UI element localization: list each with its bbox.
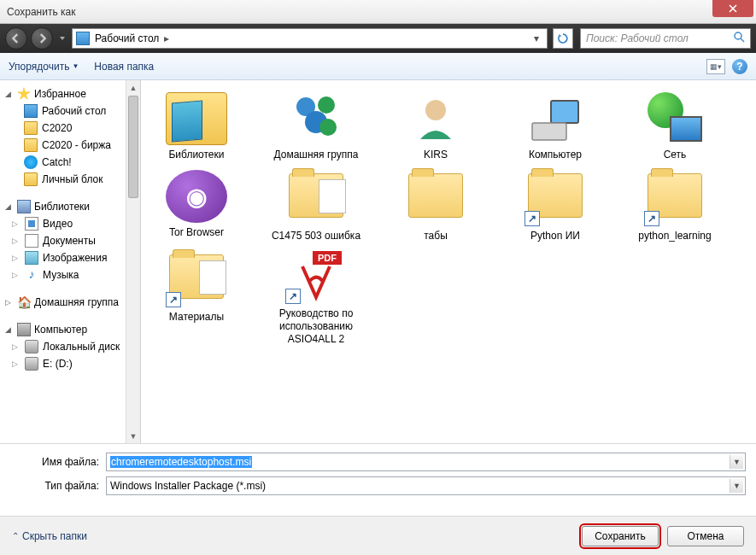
address-drop[interactable]: ▾	[530, 32, 543, 44]
disk-icon	[25, 357, 38, 371]
hide-folders-toggle[interactable]: ⌃ Скрыть папки	[12, 530, 87, 542]
address-bar[interactable]: Рабочий стол ▸ ▾	[72, 28, 548, 49]
filename-value: chromeremotedesktophost.msi	[110, 456, 252, 468]
refresh-button[interactable]	[553, 28, 573, 49]
search-placeholder: Поиск: Рабочий стол	[586, 32, 689, 44]
sidebar-scrollbar[interactable]: ▲▼	[126, 80, 140, 443]
filename-drop[interactable]: ▼	[730, 455, 743, 469]
organize-menu[interactable]: Упорядочить▼	[9, 61, 79, 73]
shortcut-arrow-icon: ↗	[644, 211, 659, 226]
file-item-label: Компьютер	[508, 149, 602, 161]
desktop-icon	[76, 32, 90, 45]
computer-icon	[17, 323, 31, 336]
titlebar: Сохранить как	[0, 0, 756, 24]
shortcut-arrow-icon: ↗	[285, 289, 301, 304]
shortcut-arrow-icon: ↗	[166, 292, 181, 307]
close-button[interactable]	[712, 0, 753, 17]
file-item[interactable]: KIRS	[389, 92, 483, 161]
sidebar-item-drive-e[interactable]: ▷E: (D:)	[0, 355, 140, 372]
sidebar-item-video[interactable]: ▷Видео	[0, 215, 140, 232]
filename-label: Имя файла:	[10, 456, 106, 468]
file-item-label: Сеть	[628, 149, 722, 161]
file-item[interactable]: Библиотеки	[149, 92, 243, 161]
address-location: Рабочий стол	[95, 32, 159, 44]
file-item-label: KIRS	[389, 149, 483, 161]
sidebar-item-c2020[interactable]: C2020	[0, 120, 140, 137]
sidebar-item-c2020-exchange[interactable]: C2020 - биржа	[0, 137, 140, 154]
file-item-label: табы	[389, 230, 483, 242]
toolbar: Упорядочить▼ Новая папка ▦▾ ?	[0, 53, 756, 80]
file-item[interactable]: ↗Python ИИ	[508, 170, 602, 242]
document-icon	[25, 234, 38, 248]
sidebar-item-localdisk[interactable]: ▷Локальный диск	[0, 338, 140, 355]
file-item[interactable]: табы	[389, 170, 483, 242]
folder-icon	[24, 138, 38, 152]
images-icon	[25, 251, 38, 265]
catch-icon	[24, 155, 38, 169]
search-icon[interactable]	[734, 32, 745, 45]
sidebar-homegroup-header[interactable]: ▷🏠Домашняя группа	[0, 294, 140, 311]
back-button[interactable]	[5, 27, 27, 50]
new-folder-button[interactable]: Новая папка	[94, 61, 154, 73]
sidebar-item-personal[interactable]: Личный блок	[0, 171, 140, 188]
filetype-value: Windows Installer Package (*.msi)	[110, 480, 266, 492]
file-item[interactable]: ◉Tor Browser	[149, 170, 243, 242]
save-button[interactable]: Сохранить	[582, 526, 659, 546]
file-item-label: python_learning	[628, 230, 722, 242]
save-form: Имя файла: chromeremotedesktophost.msi ▼…	[0, 443, 756, 495]
file-item-label: Домашняя группа	[269, 149, 363, 161]
file-item[interactable]: Сеть	[628, 92, 722, 161]
sidebar-item-music[interactable]: ▷♪Музыка	[0, 266, 140, 283]
file-pane[interactable]: БиблиотекиДомашняя группаKIRSКомпьютерСе…	[141, 80, 756, 443]
sidebar-favorites-header[interactable]: ◢Избранное	[0, 85, 140, 102]
cancel-button[interactable]: Отмена	[667, 526, 744, 546]
file-item-label: Tor Browser	[149, 226, 243, 239]
filetype-label: Тип файла:	[10, 480, 106, 492]
breadcrumb-arrow[interactable]: ▸	[164, 32, 169, 44]
sidebar: ◢Избранное Рабочий стол C2020 C2020 - би…	[0, 80, 141, 443]
svg-point-4	[319, 119, 337, 136]
file-item[interactable]: ↗python_learning	[628, 170, 722, 242]
disk-icon	[25, 340, 38, 353]
sidebar-item-documents[interactable]: ▷Документы	[0, 232, 140, 249]
footer: ⌃ Скрыть папки Сохранить Отмена	[0, 516, 756, 555]
folder-icon	[24, 172, 38, 186]
help-button[interactable]: ?	[732, 59, 747, 74]
file-item-label: Материалы	[149, 311, 243, 324]
shortcut-arrow-icon: ↗	[525, 211, 540, 226]
file-item[interactable]: C1475 503 ошибка	[269, 170, 363, 242]
file-item[interactable]: Домашняя группа	[269, 92, 363, 161]
svg-rect-7	[532, 123, 566, 140]
filename-input[interactable]: chromeremotedesktophost.msi ▼	[106, 453, 746, 471]
desktop-icon	[24, 104, 38, 118]
file-item-label: Python ИИ	[508, 230, 602, 242]
svg-point-2	[318, 96, 335, 114]
file-item-label: Руководство по использованию ASIO4ALL 2	[269, 307, 363, 346]
view-options-button[interactable]: ▦▾	[706, 59, 725, 74]
svg-point-0	[735, 32, 741, 39]
file-item-label: C1475 503 ошибка	[269, 230, 363, 242]
file-item[interactable]: PDF↗Руководство по использованию ASIO4AL…	[269, 251, 363, 346]
nav-history-drop[interactable]	[56, 27, 68, 50]
video-icon	[25, 217, 38, 231]
window-title: Сохранить как	[7, 6, 75, 18]
forward-button[interactable]	[31, 27, 53, 50]
folder-icon	[24, 121, 38, 135]
file-item[interactable]: ↗Материалы	[149, 251, 243, 346]
sidebar-item-images[interactable]: ▷Изображения	[0, 249, 140, 266]
homegroup-icon: 🏠	[17, 295, 31, 309]
filetype-select[interactable]: Windows Installer Package (*.msi) ▼	[106, 476, 746, 495]
nav-bar: Рабочий стол ▸ ▾ Поиск: Рабочий стол	[0, 24, 756, 53]
file-item[interactable]: Компьютер	[508, 92, 602, 161]
sidebar-libraries-header[interactable]: ◢Библиотеки	[0, 198, 140, 215]
chevron-up-icon: ⌃	[12, 531, 19, 540]
sidebar-computer-header[interactable]: ◢Компьютер	[0, 321, 140, 338]
star-icon	[17, 87, 31, 101]
music-icon: ♪	[25, 268, 38, 282]
search-input[interactable]: Поиск: Рабочий стол	[580, 28, 751, 49]
sidebar-item-desktop[interactable]: Рабочий стол	[0, 102, 140, 120]
svg-rect-6	[551, 101, 578, 123]
sidebar-item-catch[interactable]: Catch!	[0, 154, 140, 171]
filetype-drop[interactable]: ▼	[730, 479, 743, 493]
file-item-label: Библиотеки	[149, 149, 243, 161]
